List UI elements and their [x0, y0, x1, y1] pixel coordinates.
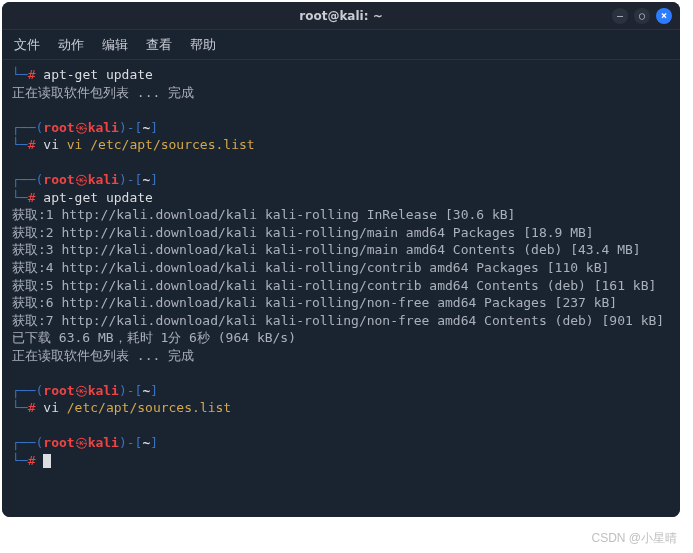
prompt-rparen: )-[	[119, 435, 142, 450]
prompt-corner: ┌──(	[12, 172, 43, 187]
prompt-host: kali	[88, 435, 119, 450]
output-line: 获取:7 http://kali.download/kali kali-roll…	[12, 313, 664, 328]
prompt-close: ]	[150, 120, 158, 135]
prompt-user: root	[43, 383, 74, 398]
menu-file[interactable]: 文件	[14, 36, 40, 54]
cmd-part1: vi	[43, 400, 66, 415]
prompt-host: kali	[88, 383, 119, 398]
terminal-window: root@kali: ~ – ○ × 文件 动作 编辑 查看 帮助 └─# ap…	[2, 2, 680, 517]
menu-help[interactable]: 帮助	[190, 36, 216, 54]
cmd-path: vi /etc/apt/sources.list	[67, 137, 255, 152]
cursor-icon	[43, 454, 51, 468]
output-line: 获取:2 http://kali.download/kali kali-roll…	[12, 225, 594, 240]
prompt-rparen: )-[	[119, 120, 142, 135]
terminal-output[interactable]: └─# apt-get update 正在读取软件包列表 ... 完成 ┌──(…	[2, 60, 680, 517]
menu-view[interactable]: 查看	[146, 36, 172, 54]
prompt-at: ㉿	[75, 172, 88, 187]
prompt-corner: └─	[12, 137, 28, 152]
output-line: 获取:6 http://kali.download/kali kali-roll…	[12, 295, 617, 310]
prompt-hash: #	[28, 137, 36, 152]
output-line: 获取:4 http://kali.download/kali kali-roll…	[12, 260, 609, 275]
prompt-user: root	[43, 435, 74, 450]
prompt-hash: #	[28, 453, 36, 468]
prompt-corner: └─	[12, 400, 28, 415]
cmd-text: apt-get update	[43, 67, 153, 82]
prompt-at: ㉿	[75, 120, 88, 135]
menu-actions[interactable]: 动作	[58, 36, 84, 54]
watermark-text: CSDN @小星晴	[591, 530, 677, 547]
prompt-host: kali	[88, 172, 119, 187]
output-line: 获取:5 http://kali.download/kali kali-roll…	[12, 278, 656, 293]
output-line: 已下载 63.6 MB，耗时 1分 6秒 (964 kB/s)	[12, 330, 296, 345]
prompt-rparen: )-[	[119, 172, 142, 187]
cmd-text: apt-get update	[43, 190, 153, 205]
prompt-corner: └─	[12, 190, 28, 205]
prompt-close: ]	[150, 172, 158, 187]
menubar: 文件 动作 编辑 查看 帮助	[2, 30, 680, 60]
output-line: 获取:3 http://kali.download/kali kali-roll…	[12, 242, 641, 257]
output-line: 正在读取软件包列表 ... 完成	[12, 85, 194, 100]
prompt-hash: #	[28, 400, 36, 415]
output-line: 获取:1 http://kali.download/kali kali-roll…	[12, 207, 515, 222]
titlebar: root@kali: ~ – ○ ×	[2, 2, 680, 30]
prompt-host: kali	[88, 120, 119, 135]
window-title: root@kali: ~	[299, 9, 382, 23]
maximize-button[interactable]: ○	[634, 8, 650, 24]
prompt-hash: #	[28, 190, 36, 205]
prompt-corner: ┌──(	[12, 383, 43, 398]
prompt-corner: ┌──(	[12, 435, 43, 450]
window-controls: – ○ ×	[612, 8, 672, 24]
cmd-path: /etc/apt/sources.list	[67, 400, 231, 415]
output-line: 正在读取软件包列表 ... 完成	[12, 348, 194, 363]
prompt-corner: ┌──(	[12, 120, 43, 135]
minimize-button[interactable]: –	[612, 8, 628, 24]
prompt-at: ㉿	[75, 435, 88, 450]
menu-edit[interactable]: 编辑	[102, 36, 128, 54]
prompt-at: ㉿	[75, 383, 88, 398]
prompt-close: ]	[150, 383, 158, 398]
prompt-close: ]	[150, 435, 158, 450]
prompt-corner: └─	[12, 67, 28, 82]
cmd-part1: vi	[43, 137, 66, 152]
prompt-rparen: )-[	[119, 383, 142, 398]
prompt-user: root	[43, 120, 74, 135]
prompt-corner: └─	[12, 453, 28, 468]
close-button[interactable]: ×	[656, 8, 672, 24]
prompt-user: root	[43, 172, 74, 187]
